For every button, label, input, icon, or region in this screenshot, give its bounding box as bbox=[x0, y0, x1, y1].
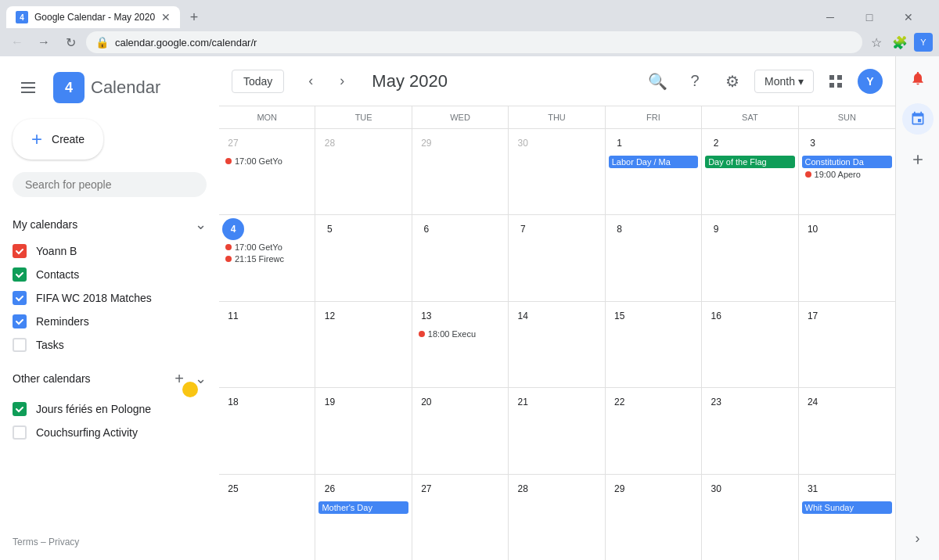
day-number[interactable]: 3 bbox=[802, 132, 824, 154]
day-number[interactable]: 16 bbox=[705, 305, 727, 327]
day-number[interactable]: 4 bbox=[222, 218, 244, 240]
calendar-label: Reminders bbox=[36, 315, 89, 328]
expand-right-button[interactable]: › bbox=[902, 522, 934, 554]
calendar-checkbox[interactable] bbox=[13, 244, 27, 258]
calendar-event[interactable]: 17:00 GetYo bbox=[222, 156, 311, 167]
day-number[interactable]: 18 bbox=[222, 391, 244, 413]
today-button[interactable]: Today bbox=[232, 70, 284, 93]
my-calendar-item[interactable]: Tasks bbox=[0, 333, 219, 357]
day-cell: 30 bbox=[702, 475, 798, 560]
help-button[interactable]: ? bbox=[679, 66, 711, 97]
day-number[interactable]: 24 bbox=[802, 391, 824, 413]
other-calendars-section[interactable]: Other calendars + ⌄ bbox=[0, 360, 219, 397]
my-calendar-item[interactable]: Contacts bbox=[0, 263, 219, 286]
add-other-calendar-button[interactable]: + bbox=[167, 366, 192, 391]
reload-button[interactable]: ↻ bbox=[59, 31, 81, 53]
calendar-event[interactable]: Constitution Da bbox=[802, 156, 892, 168]
day-number[interactable]: 21 bbox=[512, 391, 534, 413]
week-row-0: 2717:00 GetYo2829301Labor Day / Ma2Day o… bbox=[219, 129, 895, 215]
day-number[interactable]: 27 bbox=[416, 478, 437, 500]
calendar-event[interactable]: 18:00 Execu bbox=[416, 328, 505, 339]
notification-button[interactable] bbox=[902, 63, 934, 94]
calendar-checkbox[interactable] bbox=[13, 425, 27, 440]
day-number[interactable]: 7 bbox=[512, 218, 534, 240]
calendar-checkbox[interactable] bbox=[13, 314, 27, 328]
day-number[interactable]: 19 bbox=[318, 391, 340, 413]
day-number[interactable]: 15 bbox=[609, 305, 631, 327]
search-button[interactable]: 🔍 bbox=[642, 66, 673, 97]
minimize-button[interactable]: ─ bbox=[812, 3, 848, 31]
day-number[interactable]: 30 bbox=[705, 478, 727, 500]
calendar-checkbox[interactable] bbox=[13, 267, 27, 282]
day-number[interactable]: 28 bbox=[318, 132, 340, 154]
calendar-event[interactable]: Day of the Flag bbox=[705, 156, 794, 168]
day-number[interactable]: 10 bbox=[802, 218, 824, 240]
search-people-input[interactable] bbox=[13, 172, 207, 197]
day-number[interactable]: 5 bbox=[318, 218, 340, 240]
bookmark-icon[interactable]: ☆ bbox=[867, 33, 886, 52]
day-number[interactable]: 31 bbox=[802, 478, 824, 500]
terms-link[interactable]: Terms bbox=[13, 537, 38, 547]
my-calendars-section[interactable]: My calendars ⌄ bbox=[0, 210, 219, 239]
app-logo[interactable]: 4 Calendar bbox=[53, 72, 160, 103]
calendar-event[interactable]: Whit Sunday bbox=[802, 501, 892, 514]
profile-icon[interactable]: Y bbox=[914, 33, 933, 52]
day-number[interactable]: 14 bbox=[512, 305, 534, 327]
user-avatar[interactable]: Y bbox=[858, 69, 883, 94]
my-calendar-item[interactable]: Reminders bbox=[0, 310, 219, 333]
create-button[interactable]: + Create bbox=[13, 119, 103, 160]
new-tab-button[interactable]: + bbox=[183, 6, 205, 28]
day-number[interactable]: 23 bbox=[705, 391, 727, 413]
day-number[interactable]: 20 bbox=[416, 391, 437, 413]
day-number[interactable]: 13 bbox=[416, 305, 437, 327]
calendar-event[interactable]: Labor Day / Ma bbox=[609, 156, 698, 168]
calendar-event[interactable]: 21:15 Firewc bbox=[222, 253, 311, 264]
calendar-checkbox[interactable] bbox=[13, 402, 27, 416]
prev-month-button[interactable]: ‹ bbox=[297, 67, 325, 95]
day-number[interactable]: 27 bbox=[222, 132, 244, 154]
day-number[interactable]: 22 bbox=[609, 391, 631, 413]
day-number[interactable]: 11 bbox=[222, 305, 244, 327]
calendar-view-button[interactable] bbox=[902, 103, 934, 135]
forward-button[interactable]: → bbox=[33, 31, 55, 53]
back-button[interactable]: ← bbox=[6, 31, 28, 53]
day-cell: 23 bbox=[702, 388, 798, 473]
calendar-checkbox[interactable] bbox=[13, 291, 27, 305]
next-month-button[interactable]: › bbox=[328, 67, 356, 95]
extension-icon[interactable]: 🧩 bbox=[890, 33, 909, 52]
calendar-checkbox[interactable] bbox=[13, 338, 27, 352]
other-calendar-item[interactable]: Jours fériés en Pologne bbox=[0, 397, 219, 421]
day-number[interactable]: 25 bbox=[222, 478, 244, 500]
maximize-button[interactable]: □ bbox=[851, 3, 887, 31]
day-number[interactable]: 29 bbox=[609, 478, 631, 500]
day-number[interactable]: 26 bbox=[318, 478, 340, 500]
day-number[interactable]: 29 bbox=[416, 132, 437, 154]
day-number[interactable]: 9 bbox=[705, 218, 727, 240]
privacy-link[interactable]: Privacy bbox=[49, 537, 79, 547]
close-button[interactable]: ✕ bbox=[890, 3, 926, 31]
active-tab[interactable]: 4 Google Calendar - May 2020 ✕ bbox=[6, 6, 180, 28]
day-number[interactable]: 1 bbox=[609, 132, 631, 154]
settings-button[interactable]: ⚙ bbox=[717, 66, 748, 97]
hamburger-button[interactable] bbox=[13, 72, 44, 103]
my-calendar-item[interactable]: FIFA WC 2018 Matches bbox=[0, 286, 219, 310]
calendar-label: FIFA WC 2018 Matches bbox=[36, 292, 152, 304]
calendar-event[interactable]: 17:00 GetYo bbox=[222, 242, 311, 253]
other-calendar-item[interactable]: Couchsurfing Activity bbox=[0, 421, 219, 444]
my-calendar-item[interactable]: Yoann B bbox=[0, 239, 219, 263]
calendar-icon bbox=[910, 111, 926, 127]
add-button[interactable] bbox=[902, 144, 934, 175]
view-selector[interactable]: Month ▾ bbox=[754, 70, 814, 93]
calendar-event[interactable]: Mother's Day bbox=[318, 501, 408, 514]
day-number[interactable]: 28 bbox=[512, 478, 534, 500]
day-number[interactable]: 12 bbox=[318, 305, 340, 327]
tab-close-button[interactable]: ✕ bbox=[161, 11, 171, 23]
day-number[interactable]: 6 bbox=[416, 218, 437, 240]
url-bar[interactable]: 🔒 calendar.google.com/calendar/r bbox=[86, 31, 862, 53]
apps-grid-button[interactable] bbox=[820, 66, 851, 97]
day-number[interactable]: 17 bbox=[802, 305, 824, 327]
day-number[interactable]: 30 bbox=[512, 132, 534, 154]
day-number[interactable]: 8 bbox=[609, 218, 631, 240]
calendar-event[interactable]: 19:00 Apero bbox=[802, 169, 892, 180]
day-number[interactable]: 2 bbox=[705, 132, 727, 154]
